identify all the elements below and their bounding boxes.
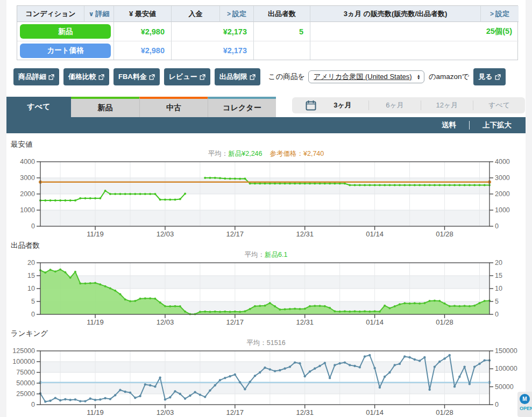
svg-text:5: 5 — [31, 298, 35, 305]
external-link-icon — [98, 74, 104, 80]
new-seller-count: 5 — [253, 22, 310, 41]
table-row-new-condition: 新品 — [17, 22, 114, 41]
cart-deposit-value: ¥2,173 — [171, 41, 253, 60]
page-margin-right — [526, 0, 532, 417]
country-select[interactable]: アメリカ合衆国 (United States) ▲▼ — [308, 70, 424, 83]
svg-text:2000: 2000 — [495, 190, 510, 198]
svg-text:20: 20 — [27, 260, 35, 267]
svg-text:100000: 100000 — [495, 365, 517, 372]
svg-text:12/17: 12/17 — [226, 408, 244, 416]
header-sales-settings-link[interactable]: >設定 — [480, 6, 519, 22]
new-sales-count: 25個(5) — [310, 22, 519, 41]
svg-text:01/14: 01/14 — [366, 230, 384, 238]
header-detail-link[interactable]: ∨詳細 — [84, 6, 114, 22]
header-deposit: 入金 — [171, 6, 219, 22]
chevron-right-icon: > — [227, 10, 231, 18]
tab-used[interactable]: 中古 — [139, 97, 208, 117]
svg-text:11/19: 11/19 — [87, 408, 104, 416]
new-lowest-price: ¥2,980 — [114, 22, 171, 41]
shipping-toggle[interactable]: 送料 — [442, 120, 456, 130]
svg-text:3000: 3000 — [495, 174, 510, 182]
chevron-down-icon: ∨ — [89, 10, 94, 18]
header-deposit-settings-link[interactable]: >設定 — [219, 6, 253, 22]
external-link-icon — [250, 74, 256, 80]
seller-count-chart: 051015200510152011/1912/0312/1712/3101/1… — [6, 260, 526, 326]
svg-text:125000: 125000 — [12, 348, 35, 355]
svg-text:0: 0 — [31, 401, 35, 408]
svg-text:50000: 50000 — [495, 383, 514, 391]
svg-text:10: 10 — [495, 285, 502, 292]
svg-text:0: 0 — [495, 222, 499, 230]
ranking-section: ランキング 平均：51516 0250005000075000100000125… — [6, 329, 526, 416]
ranking-title: ランキング — [11, 329, 526, 339]
svg-text:75000: 75000 — [16, 369, 35, 376]
svg-text:15: 15 — [495, 272, 502, 279]
svg-text:100000: 100000 — [12, 358, 35, 365]
new-deposit-value: ¥2,173 — [171, 22, 253, 41]
external-link-icon — [48, 74, 54, 80]
extension-logo-icon: M — [520, 394, 530, 404]
vertical-zoom-toggle[interactable]: 上下拡大 — [483, 120, 512, 130]
period-selector: 3ヶ月 6ヶ月 12ヶ月 すべて — [292, 97, 525, 113]
svg-text:01/28: 01/28 — [436, 230, 453, 238]
seller-count-average-label: 平均：新品6.1 — [6, 250, 526, 260]
external-link-icon — [149, 74, 155, 80]
period-6-months[interactable]: 6ヶ月 — [368, 100, 421, 110]
svg-text:2000: 2000 — [20, 190, 35, 198]
svg-text:12/03: 12/03 — [157, 408, 174, 416]
external-link-icon — [495, 74, 501, 80]
page-margin-left — [0, 0, 6, 417]
svg-text:12/17: 12/17 — [226, 318, 244, 326]
svg-text:20: 20 — [495, 260, 502, 267]
extension-corner-badge[interactable]: M OPEN — [517, 392, 532, 417]
view-on-amazon-pre-text: この商品を — [268, 72, 305, 82]
toolbar-divider — [469, 121, 470, 130]
period-3-months[interactable]: 3ヶ月 — [317, 100, 368, 110]
chevron-up-down-icon: ▲▼ — [417, 75, 421, 80]
main-content: コンディション ∨詳細 ¥ 最安値 入金 >設定 出品者数 3ヵ月 の販売数(販… — [6, 0, 526, 416]
svg-text:50000: 50000 — [16, 379, 35, 387]
price-compare-button[interactable]: 価格比較 — [63, 68, 109, 85]
cart-sales-count — [310, 41, 519, 60]
tab-all[interactable]: すべて — [6, 97, 71, 117]
period-12-months[interactable]: 12ヶ月 — [421, 100, 473, 110]
calendar-icon — [305, 99, 317, 111]
svg-text:1000: 1000 — [20, 206, 35, 214]
svg-text:0: 0 — [495, 311, 499, 318]
new-condition-pill[interactable]: 新品 — [20, 24, 111, 39]
svg-text:01/28: 01/28 — [436, 408, 453, 416]
tab-collector[interactable]: コレクター — [208, 97, 276, 117]
svg-text:12/03: 12/03 — [157, 230, 174, 238]
lowest-price-chart: 010002000300040000100020003000400011/191… — [6, 159, 526, 238]
seller-count-section: 出品者数 平均：新品6.1 051015200510152011/1912/03… — [6, 241, 526, 326]
cart-seller-count — [253, 41, 310, 60]
tab-new[interactable]: 新品 — [71, 97, 139, 117]
header-seller-count: 出品者数 — [253, 6, 310, 22]
view-button[interactable]: 見る — [473, 68, 505, 85]
seller-count-title: 出品者数 — [11, 241, 526, 250]
svg-text:12/03: 12/03 — [157, 318, 174, 326]
svg-text:12/31: 12/31 — [296, 230, 314, 238]
action-buttons-row: 商品詳細 価格比較 FBA料金 レビュー 出品制限 この商品を アメリカ合衆国 … — [13, 68, 526, 85]
view-on-amazon-post-text: のamazonで — [429, 72, 470, 82]
chart-tab-bar: 送料 上下拡大 すべて 新品 中古 コレクター 3ヶ月 6ヶ月 12ヶ月 すべて — [6, 97, 526, 133]
header-sales-count: 3ヵ月 の販売数(販売数/出品者数) — [310, 6, 480, 22]
svg-text:1000: 1000 — [495, 206, 510, 214]
svg-text:150000: 150000 — [495, 348, 517, 355]
period-all[interactable]: すべて — [473, 100, 525, 110]
external-link-icon — [200, 74, 205, 80]
svg-text:5: 5 — [495, 298, 499, 305]
svg-text:25000: 25000 — [16, 390, 35, 398]
svg-text:12/17: 12/17 — [226, 230, 244, 238]
charts-panel: 最安値 平均：新品¥2,246参考価格：¥2,740 0100020003000… — [6, 133, 526, 416]
product-detail-button[interactable]: 商品詳細 — [13, 68, 59, 85]
lowest-price-section: 最安値 平均：新品¥2,246参考価格：¥2,740 0100020003000… — [6, 140, 526, 238]
chart-toolbar-strip: 送料 上下拡大 — [6, 117, 526, 133]
listing-restriction-button[interactable]: 出品制限 — [215, 68, 260, 85]
svg-text:01/28: 01/28 — [436, 318, 453, 326]
condition-table: コンディション ∨詳細 ¥ 最安値 入金 >設定 出品者数 3ヵ月 の販売数(販… — [17, 5, 518, 60]
svg-text:10: 10 — [27, 285, 35, 292]
cart-price-pill[interactable]: カート価格 — [20, 44, 111, 58]
fba-fee-button[interactable]: FBA料金 — [114, 68, 160, 85]
review-button[interactable]: レビュー — [164, 68, 210, 85]
